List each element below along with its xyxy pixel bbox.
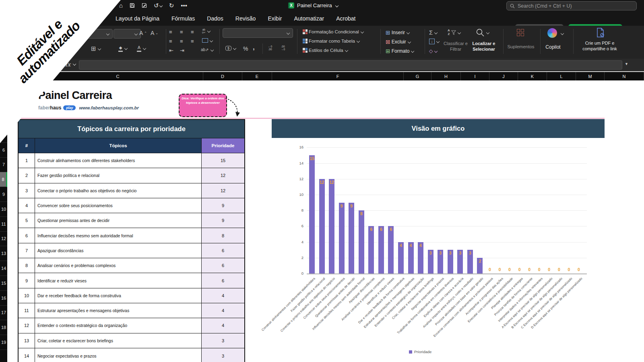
- table-cell-topic[interactable]: Negociar expectativas e prazos: [35, 348, 202, 362]
- chart-bar[interactable]: [329, 179, 334, 274]
- row-header-cell[interactable]: 17: [0, 306, 7, 321]
- increase-indent-icon[interactable]: ⇥: [180, 47, 184, 53]
- decrease-indent-icon[interactable]: ⇤: [169, 47, 173, 53]
- row-header-cell[interactable]: 9: [0, 187, 7, 202]
- fill-color-icon[interactable]: ◆: [118, 44, 127, 52]
- table-cell-num[interactable]: 13: [19, 333, 35, 348]
- table-cell-num[interactable]: 3: [19, 183, 35, 198]
- clear-icon[interactable]: ◇: [429, 48, 437, 54]
- chart-bar[interactable]: [319, 179, 325, 274]
- column-header-cell[interactable]: J: [489, 72, 518, 80]
- font-size-select[interactable]: [114, 29, 141, 39]
- orientation-icon[interactable]: ab⇗: [201, 47, 213, 52]
- column-header-cell[interactable]: D: [203, 72, 242, 80]
- align-right-icon[interactable]: ≡: [191, 38, 194, 44]
- align-top-icon[interactable]: ≡: [169, 29, 172, 35]
- align-center-icon[interactable]: ≡: [180, 38, 183, 44]
- decrease-decimal-icon[interactable]: .00→0: [281, 45, 285, 51]
- column-header-cell[interactable]: I: [461, 72, 489, 80]
- row-header-cell[interactable]: 8: [0, 172, 7, 187]
- column-header-cell[interactable]: M: [576, 72, 605, 80]
- table-cell-priority[interactable]: 9: [202, 213, 244, 228]
- merge-center-icon[interactable]: [202, 38, 213, 43]
- table-cell-topic[interactable]: Apaziguar discordâncias: [35, 243, 202, 258]
- table-cell-topic[interactable]: Dar e receber feedback de forma construt…: [35, 288, 202, 303]
- column-header-cell[interactable]: N: [605, 72, 644, 80]
- tab-exibir[interactable]: Exibir: [268, 15, 282, 22]
- tab-dados[interactable]: Dados: [207, 15, 223, 22]
- row-header-cell[interactable]: 6: [0, 143, 7, 158]
- borders-icon[interactable]: ⊞: [91, 45, 101, 52]
- tab-automatizar[interactable]: Automatizar: [294, 15, 324, 22]
- table-cell-topic[interactable]: Criar, coletar e esclarecer bons briefin…: [35, 333, 202, 348]
- save-icon[interactable]: [130, 3, 135, 8]
- format-cells-button[interactable]: ⊞ Formato: [386, 48, 414, 54]
- chart-bar[interactable]: [339, 203, 345, 274]
- table-cell-priority[interactable]: 12: [202, 183, 244, 198]
- fill-down-icon[interactable]: ↓: [429, 39, 439, 44]
- table-cell-num[interactable]: 14: [19, 348, 35, 362]
- conditional-formatting-button[interactable]: Formatação Condicional: [303, 29, 363, 34]
- column-header-cell[interactable]: K: [518, 72, 547, 80]
- table-cell-num[interactable]: 1: [19, 153, 35, 168]
- format-as-table-button[interactable]: Formatar como Tabela: [303, 39, 359, 43]
- tab-acrobat[interactable]: Acrobat: [336, 15, 355, 22]
- table-cell-topic[interactable]: Questionar premissas antes de decidir: [35, 213, 202, 228]
- column-header-cell[interactable]: H: [431, 72, 461, 80]
- chart-bar[interactable]: [359, 210, 364, 274]
- insert-cells-button[interactable]: ⊞ Inserir: [386, 29, 409, 36]
- column-header-cell[interactable]: G: [404, 72, 431, 80]
- chart-bar[interactable]: [378, 226, 384, 274]
- table-cell-priority[interactable]: 4: [202, 288, 244, 303]
- home-icon[interactable]: ⌂: [119, 2, 123, 8]
- document-title-group[interactable]: X Painel Carreira: [288, 0, 338, 11]
- row-header-cell[interactable]: 12: [0, 232, 7, 247]
- tab-layout-da-página[interactable]: Layout da Página: [116, 15, 159, 22]
- cell-styles-button[interactable]: Estilos de Célula: [303, 48, 348, 53]
- autosum-icon[interactable]: Σ: [429, 29, 437, 36]
- more-commands-icon[interactable]: •••: [181, 2, 187, 8]
- row-header-cell[interactable]: 10: [0, 202, 7, 217]
- increase-decimal-icon[interactable]: ←0.00: [268, 45, 272, 51]
- column-header-cell[interactable]: F: [272, 72, 404, 80]
- table-cell-priority[interactable]: 3: [202, 348, 244, 362]
- table-cell-priority[interactable]: 3: [202, 333, 244, 348]
- table-cell-priority[interactable]: 4: [202, 303, 244, 318]
- chart-bar[interactable]: [368, 226, 374, 274]
- row-header-cell[interactable]: 19: [0, 335, 7, 350]
- row-header-cell[interactable]: 18: [0, 320, 7, 335]
- table-cell-topic[interactable]: Analisar cenários e problemas complexos: [35, 258, 202, 273]
- table-cell-priority[interactable]: 6: [202, 258, 244, 273]
- table-cell-priority[interactable]: 15: [202, 153, 244, 168]
- tab-fórmulas[interactable]: Fórmulas: [171, 15, 195, 22]
- column-header-cell[interactable]: E: [242, 72, 272, 80]
- delete-cells-button[interactable]: ⊠ Excluir: [386, 39, 411, 45]
- table-cell-num[interactable]: 2: [19, 168, 35, 183]
- align-bottom-icon[interactable]: ≡: [191, 29, 194, 35]
- table-cell-priority[interactable]: 9: [202, 198, 244, 213]
- table-cell-topic[interactable]: Convencer sobre seus posicionamentos: [35, 198, 202, 213]
- table-cell-priority[interactable]: 6: [202, 273, 244, 288]
- table-cell-num[interactable]: 5: [19, 213, 35, 228]
- table-cell-num[interactable]: 11: [19, 303, 35, 318]
- wrap-text-icon[interactable]: abc↵: [202, 28, 210, 34]
- table-cell-topic[interactable]: Influenciar decisões mesmo sem autoridad…: [35, 228, 202, 243]
- formula-bar-expand-icon[interactable]: ▼: [625, 62, 628, 66]
- currency-icon[interactable]: $: [225, 46, 236, 51]
- table-cell-num[interactable]: 9: [19, 273, 35, 288]
- align-left-icon[interactable]: ≡: [169, 38, 172, 44]
- table-cell-priority[interactable]: 12: [202, 168, 244, 183]
- formula-input[interactable]: [79, 60, 622, 70]
- table-cell-topic[interactable]: Construir alinhamentos com diferentes st…: [35, 153, 202, 168]
- table-cell-num[interactable]: 8: [19, 258, 35, 273]
- table-cell-priority[interactable]: 6: [202, 243, 244, 258]
- chart-bar[interactable]: [349, 203, 354, 274]
- table-cell-num[interactable]: 12: [19, 318, 35, 333]
- font-color-icon[interactable]: A: [137, 44, 146, 52]
- table-cell-priority[interactable]: 4: [202, 318, 244, 333]
- table-cell-topic[interactable]: Entender o contexto estratégico da organ…: [35, 318, 202, 333]
- percent-icon[interactable]: %: [243, 45, 248, 52]
- table-cell-num[interactable]: 7: [19, 243, 35, 258]
- align-middle-icon[interactable]: ≡: [180, 29, 183, 35]
- table-cell-topic[interactable]: Identificar e reduzir vieses: [35, 273, 202, 288]
